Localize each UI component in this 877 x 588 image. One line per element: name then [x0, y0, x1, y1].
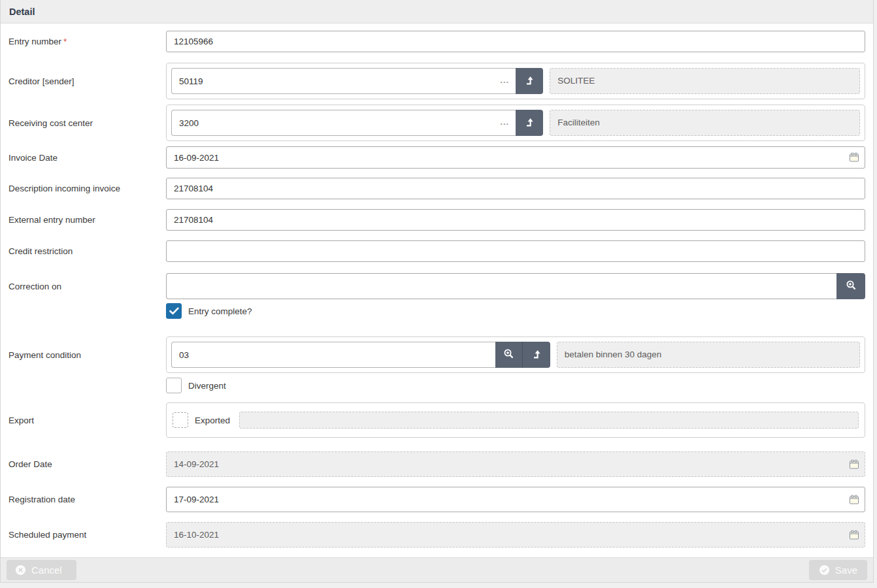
- order-date-field: [166, 451, 865, 477]
- cost-center-combo: ...: [171, 110, 543, 136]
- payment-condition-display-field: betalen binnen 30 dagen: [557, 342, 860, 368]
- row-cost-center: Receiving cost center ... Faciliteiten: [8, 105, 865, 141]
- entry-complete-checkbox[interactable]: [166, 303, 182, 319]
- cancel-circle-icon: [15, 564, 26, 576]
- export-group: Exported: [166, 402, 865, 438]
- description-label: Description incoming invoice: [8, 184, 166, 193]
- invoice-date-input[interactable]: [166, 146, 865, 169]
- detail-panel: Detail Entry number* Creditor [sender] .…: [0, 0, 874, 583]
- required-asterisk: *: [63, 37, 67, 46]
- creditor-label: Creditor [sender]: [8, 76, 166, 86]
- row-description: Description incoming invoice: [8, 178, 865, 199]
- divergent-checkbox[interactable]: [166, 378, 182, 393]
- row-divergent: Divergent: [8, 378, 865, 393]
- order-date-input: [166, 451, 865, 477]
- entry-number-label-text: Entry number: [8, 37, 61, 46]
- row-invoice-date: Invoice Date: [8, 146, 865, 169]
- cost-center-open-button[interactable]: [516, 110, 543, 136]
- exported-label: Exported: [195, 416, 230, 425]
- export-label: Export: [8, 416, 166, 425]
- detail-form: Entry number* Creditor [sender] ...: [1, 24, 873, 547]
- magnifier-plus-icon: [846, 280, 857, 293]
- registration-date-label: Registration date: [8, 495, 166, 504]
- payment-condition-label: Payment condition: [8, 350, 166, 360]
- entry-complete-label: Entry complete?: [188, 306, 252, 316]
- payment-condition-combo: [171, 342, 550, 368]
- payment-condition-code-input[interactable]: [171, 342, 495, 368]
- creditor-lookup-group: ... SOLITEE: [166, 63, 865, 99]
- entry-number-input[interactable]: [166, 31, 865, 52]
- row-scheduled-payment: Scheduled payment: [8, 522, 865, 547]
- exported-checkbox: [173, 412, 188, 428]
- cancel-button[interactable]: Cancel: [7, 560, 76, 580]
- registration-date-input[interactable]: [166, 487, 865, 512]
- correction-on-field: [166, 273, 865, 299]
- scheduled-payment-field: [166, 522, 865, 547]
- creditor-open-button[interactable]: [516, 68, 543, 94]
- correction-on-label: Correction on: [8, 282, 166, 291]
- scheduled-payment-input: [166, 522, 865, 547]
- cost-center-lookup-group: ... Faciliteiten: [166, 105, 865, 141]
- entry-number-label: Entry number*: [8, 37, 166, 46]
- level-up-arrow-icon: [525, 118, 534, 129]
- row-registration-date: Registration date: [8, 487, 865, 512]
- payment-condition-search-button[interactable]: [495, 342, 523, 368]
- order-date-label: Order Date: [8, 459, 166, 469]
- save-button-label: Save: [835, 564, 857, 576]
- creditor-code-input[interactable]: [171, 68, 516, 94]
- row-credit-restriction: Credit restriction: [8, 240, 865, 262]
- correction-on-input[interactable]: [166, 273, 836, 299]
- credit-restriction-label: Credit restriction: [8, 246, 166, 256]
- cancel-button-label: Cancel: [31, 564, 62, 576]
- calendar-icon[interactable]: [849, 495, 859, 504]
- registration-date-field: [166, 487, 865, 512]
- panel-title: Detail: [1, 0, 873, 24]
- export-value-field: [239, 412, 859, 429]
- divergent-label: Divergent: [188, 381, 226, 391]
- creditor-combo: ...: [171, 68, 543, 94]
- invoice-date-label: Invoice Date: [8, 153, 166, 163]
- level-up-arrow-icon: [525, 76, 534, 87]
- row-entry-complete: Entry complete?: [8, 303, 865, 319]
- payment-condition-lookup-group: betalen binnen 30 dagen: [166, 336, 865, 373]
- footer-bar: Cancel Save: [1, 557, 873, 582]
- row-external-entry: External entry number: [8, 209, 865, 231]
- save-check-circle-icon: [819, 564, 830, 576]
- row-entry-number: Entry number*: [8, 31, 865, 52]
- external-entry-label: External entry number: [8, 215, 166, 225]
- creditor-display-field: SOLITEE: [550, 68, 860, 94]
- calendar-icon[interactable]: [849, 153, 859, 163]
- calendar-icon: [849, 459, 859, 469]
- magnifier-plus-icon: [503, 348, 514, 361]
- row-payment-condition: Payment condition: [8, 336, 865, 373]
- payment-condition-open-button[interactable]: [523, 342, 550, 368]
- correction-search-button[interactable]: [836, 273, 865, 299]
- row-creditor: Creditor [sender] ... SOLITEE: [8, 63, 865, 99]
- cost-center-display-field: Faciliteiten: [550, 110, 860, 136]
- row-export: Export Exported: [8, 402, 865, 438]
- credit-restriction-input[interactable]: [166, 240, 865, 262]
- invoice-date-field: [166, 146, 865, 169]
- save-button[interactable]: Save: [809, 560, 867, 580]
- row-order-date: Order Date: [8, 451, 865, 477]
- row-correction-on: Correction on: [8, 273, 865, 299]
- cost-center-label: Receiving cost center: [8, 118, 166, 128]
- level-up-arrow-icon: [532, 350, 541, 361]
- cost-center-code-input[interactable]: [171, 110, 516, 136]
- scheduled-payment-label: Scheduled payment: [8, 530, 166, 540]
- external-entry-input[interactable]: [166, 209, 865, 231]
- calendar-icon: [849, 530, 859, 540]
- description-input[interactable]: [166, 178, 865, 199]
